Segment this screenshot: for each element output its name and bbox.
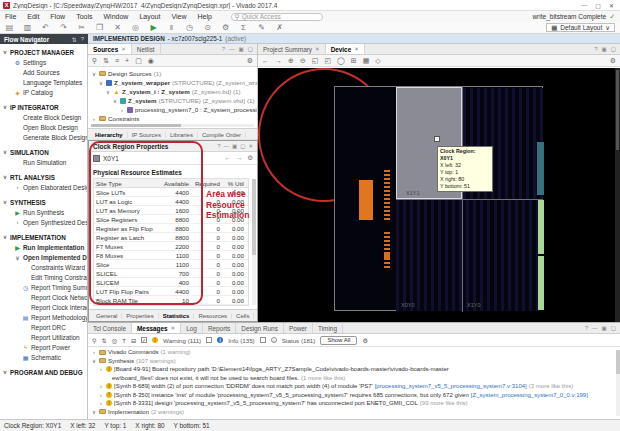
sidebar-item-report-power[interactable]: ϟReport Power xyxy=(0,342,87,352)
window-minimize-button[interactable]: — xyxy=(581,2,587,9)
message-group-vivado-commands[interactable]: ›Vivado Commands(1 warning) xyxy=(88,348,620,357)
tab-reports[interactable]: Reports xyxy=(203,323,236,333)
ps7-block[interactable] xyxy=(359,180,373,220)
sidebar-item-report-drc[interactable]: Report DRC xyxy=(0,322,87,332)
window-close-button[interactable]: ✕ xyxy=(609,2,614,9)
table-row[interactable]: SLICEL70000.00 xyxy=(94,269,248,278)
sidebar-item-schematic[interactable]: ▦Schematic xyxy=(0,352,87,362)
maximize-icon[interactable]: ▢ xyxy=(240,143,245,149)
warning-filter-label[interactable]: Warning (111) xyxy=(163,337,201,344)
help-icon[interactable]: ? xyxy=(595,46,598,52)
sidebar-item-report-clock-interaction[interactable]: Report Clock Interaction xyxy=(0,302,87,312)
close-icon[interactable]: ✕ xyxy=(121,46,126,52)
sidebar-item-edit-timing-constraints[interactable]: Edit Timing Constraints xyxy=(0,272,87,282)
help-icon[interactable]: ? xyxy=(81,36,84,43)
sidebar-item-open-block-design[interactable]: Open Block Design xyxy=(0,122,87,132)
float-icon[interactable]: ▣ xyxy=(602,46,607,52)
message-source-link[interactable]: [Z_system_processing_system7_0_0.v:199] xyxy=(471,392,588,398)
maximize-icon[interactable]: ▢ xyxy=(248,46,253,52)
tab-ip-sources[interactable]: IP Sources xyxy=(128,132,166,138)
settings-icon[interactable]: ⚙ xyxy=(221,23,230,32)
sum-icon[interactable]: Σ xyxy=(239,23,248,32)
tab-libraries[interactable]: Libraries xyxy=(166,132,198,138)
menu-view[interactable]: View xyxy=(171,13,186,20)
tab-device[interactable]: Device✕ xyxy=(326,44,365,54)
zoom-in-icon[interactable]: ⊕ xyxy=(288,57,294,65)
expand-all-icon[interactable]: ≡ xyxy=(115,57,119,64)
menu-window[interactable]: Window xyxy=(103,13,128,20)
message-source-link[interactable]: [processing_system7_v5_5_processing_syst… xyxy=(375,383,527,389)
ip-status-icon[interactable]: ◉ xyxy=(148,57,154,65)
show-all-button[interactable]: Show All xyxy=(320,336,357,345)
tree-item-z-system[interactable]: ∨Z_system(STRUCTURE) (Z_system.vhd) (1) xyxy=(88,96,257,105)
sidebar-item-run-implementation[interactable]: ▶Run Implementation xyxy=(0,242,87,252)
warning-message[interactable]: ›![Synth 8-350] instance 'inst' of modul… xyxy=(88,391,620,400)
sidebar-item-open-synthesized-design[interactable]: ›Open Synthesized Design xyxy=(0,217,87,227)
gear-icon[interactable]: ⚙ xyxy=(247,154,253,162)
copy-icon[interactable]: ❐ xyxy=(95,23,104,32)
redo-icon[interactable]: ↷ xyxy=(59,23,68,32)
delete-icon[interactable]: ✕ xyxy=(113,23,122,32)
tab-compile-order[interactable]: Compile Order xyxy=(198,132,246,138)
fpga-die[interactable]: X1Y1 X0Y0 X1Y0 xyxy=(334,86,543,311)
info-checkbox[interactable] xyxy=(206,337,212,343)
sidebar-section-simulation[interactable]: ∨SIMULATION xyxy=(0,147,87,157)
menu-help[interactable]: Help xyxy=(197,13,211,20)
message-group-synthesis[interactable]: ∨Synthesis(107 warnings) xyxy=(88,357,620,366)
tab-general[interactable]: General xyxy=(92,313,122,319)
routing-resources-icon[interactable]: ▦ xyxy=(363,57,370,65)
zoom-fit-icon[interactable]: ◱ xyxy=(312,57,319,65)
tab-project-summary[interactable]: Project Summary✕ xyxy=(258,44,326,54)
maximize-icon[interactable]: ▢ xyxy=(611,325,616,331)
sidebar-section-rtl-analysis[interactable]: ∨RTL ANALYSIS xyxy=(0,172,87,182)
table-row[interactable]: Register as Latch880000.00 xyxy=(94,233,248,242)
message-group-implementation[interactable]: ∨Implementation(2 warnings) xyxy=(88,408,620,417)
forward-icon[interactable]: → xyxy=(275,57,282,64)
table-row[interactable]: Block RAM Tile1000.00 xyxy=(94,296,248,305)
tree-item-z-system-wrapper[interactable]: ∨Z_system_wrapper(STRUCTURE) (Z_system_w… xyxy=(88,78,257,87)
layout-selector[interactable]: ▦ Default Layout ∨ xyxy=(546,23,615,32)
table-row[interactable]: Register as Flip Flop880000.00 xyxy=(94,224,248,233)
close-icon[interactable]: ✕ xyxy=(248,143,253,149)
scrollbar-thumb[interactable] xyxy=(616,70,619,150)
collapse-icon[interactable]: ⇅ xyxy=(103,57,109,65)
sidebar-section-implementation[interactable]: ∨IMPLEMENTATION xyxy=(0,232,87,242)
tab-messages[interactable]: Messages✕ xyxy=(132,323,181,333)
warning-message[interactable]: ›![Synth 8-3331] design 'processing_syst… xyxy=(88,399,620,408)
tab-design-runs[interactable]: Design Runs xyxy=(236,323,284,333)
sidebar-item-open-implemented-design[interactable]: ∨Open Implemented Design xyxy=(0,252,87,262)
help-icon[interactable]: ? xyxy=(222,46,225,52)
table-row[interactable]: F8 Muxes110000.00 xyxy=(94,251,248,260)
sidebar-item-report-methodology[interactable]: ▤Report Methodology xyxy=(0,312,87,322)
forward-icon[interactable]: → xyxy=(236,154,243,162)
zoom-out-icon[interactable]: ⊖ xyxy=(300,57,306,65)
tab-log[interactable]: Log xyxy=(181,323,203,333)
sidebar-section-synthesis[interactable]: ∨SYNTHESIS xyxy=(0,197,87,207)
sidebar-item-add-sources[interactable]: Add Sources xyxy=(0,67,87,77)
sidebar-item-report-utilization[interactable]: Report Utilization xyxy=(0,332,87,342)
tab-hierarchy[interactable]: Hierarchy xyxy=(91,132,128,138)
warning-message[interactable]: ›![Board 49-91] Board repository path 'D… xyxy=(88,365,620,374)
gear-icon[interactable]: ⚙ xyxy=(610,57,616,65)
tree-item-z-system-i[interactable]: ∨▲Z_system_i : Z_system(Z_system.bd) (1) xyxy=(88,87,257,96)
sidebar-item-ip-catalog[interactable]: ◈IP Catalog xyxy=(0,87,87,97)
minimize-icon[interactable]: — xyxy=(223,143,229,149)
clock-icon[interactable]: ◷ xyxy=(185,23,194,32)
quick-access-search[interactable]: ⚲ Quick Access xyxy=(231,13,323,21)
tab-timing[interactable]: Timing xyxy=(313,323,343,333)
table-row[interactable]: F7 Muxes220000.00 xyxy=(94,242,248,251)
selected-region-row[interactable]: X0Y1 ← → ⚙ xyxy=(89,152,257,165)
menu-file[interactable]: File xyxy=(5,13,16,20)
float-icon[interactable]: ▣ xyxy=(232,143,237,149)
search-icon[interactable]: ⚲ xyxy=(92,337,97,344)
bitstream-status-text[interactable]: write_bitstream Complete xyxy=(532,13,606,20)
info-filter-label[interactable]: Info (135) xyxy=(228,337,254,344)
gear-icon[interactable]: ⚙ xyxy=(247,57,253,65)
sidebar-item-create-block-design[interactable]: Create Block Design xyxy=(0,112,87,122)
find-icon[interactable]: ◎ xyxy=(131,23,140,32)
warning-checkbox[interactable]: ✓ xyxy=(141,337,147,343)
sidebar-item-constraints-wizard[interactable]: Constraints Wizard xyxy=(0,262,87,272)
search-icon[interactable]: ⚲ xyxy=(92,57,97,65)
tab-cells[interactable]: Cells xyxy=(232,313,254,319)
pause-icon[interactable]: ‖ xyxy=(167,23,176,32)
